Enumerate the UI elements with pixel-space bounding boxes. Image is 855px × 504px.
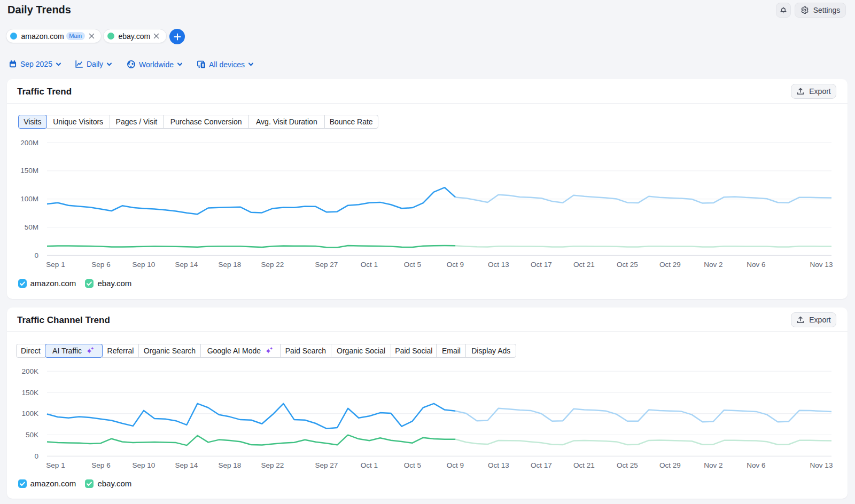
svg-text:Oct 21: Oct 21	[573, 461, 595, 469]
svg-text:Sep 22: Sep 22	[261, 461, 284, 469]
svg-text:50M: 50M	[25, 223, 38, 231]
svg-text:Oct 17: Oct 17	[531, 461, 552, 469]
svg-text:Sep 18: Sep 18	[219, 461, 242, 469]
svg-text:200K: 200K	[21, 367, 38, 375]
svg-text:Oct 21: Oct 21	[573, 261, 595, 269]
svg-text:150K: 150K	[21, 389, 38, 397]
svg-text:Sep 27: Sep 27	[315, 461, 338, 469]
svg-text:Nov 6: Nov 6	[747, 261, 765, 269]
svg-text:Oct 29: Oct 29	[659, 261, 681, 269]
svg-text:Sep 14: Sep 14	[175, 261, 198, 269]
svg-text:200M: 200M	[20, 139, 38, 147]
svg-text:Sep 10: Sep 10	[133, 461, 156, 469]
svg-text:Sep 18: Sep 18	[219, 261, 242, 269]
svg-text:100M: 100M	[20, 195, 38, 203]
svg-text:Oct 25: Oct 25	[617, 261, 638, 269]
svg-text:Oct 9: Oct 9	[447, 461, 464, 469]
svg-text:Oct 29: Oct 29	[659, 461, 681, 469]
svg-text:Oct 5: Oct 5	[404, 461, 421, 469]
svg-text:Sep 6: Sep 6	[91, 461, 110, 469]
svg-text:Sep 6: Sep 6	[91, 261, 110, 269]
svg-text:Oct 9: Oct 9	[447, 261, 464, 269]
svg-text:Oct 13: Oct 13	[488, 461, 509, 469]
svg-text:Nov 13: Nov 13	[810, 261, 833, 269]
svg-text:Nov 13: Nov 13	[810, 461, 833, 469]
svg-text:Sep 1: Sep 1	[46, 461, 65, 469]
svg-text:150M: 150M	[20, 167, 38, 175]
svg-text:Nov 2: Nov 2	[704, 261, 722, 269]
svg-text:Oct 1: Oct 1	[361, 461, 378, 469]
svg-text:Oct 13: Oct 13	[488, 261, 509, 269]
svg-text:Sep 14: Sep 14	[175, 461, 198, 469]
svg-text:Sep 22: Sep 22	[261, 261, 284, 269]
svg-text:Oct 1: Oct 1	[361, 261, 378, 269]
svg-text:Oct 25: Oct 25	[617, 461, 638, 469]
svg-text:Oct 17: Oct 17	[531, 261, 552, 269]
svg-text:50K: 50K	[26, 431, 38, 439]
svg-text:Sep 27: Sep 27	[315, 261, 338, 269]
svg-text:0: 0	[34, 251, 38, 259]
svg-text:Sep 1: Sep 1	[46, 261, 65, 269]
svg-text:Nov 6: Nov 6	[747, 461, 765, 469]
svg-text:0: 0	[34, 452, 38, 460]
svg-text:Nov 2: Nov 2	[704, 461, 722, 469]
svg-text:Oct 5: Oct 5	[404, 261, 421, 269]
svg-text:Sep 10: Sep 10	[133, 261, 156, 269]
svg-text:100K: 100K	[21, 410, 38, 418]
